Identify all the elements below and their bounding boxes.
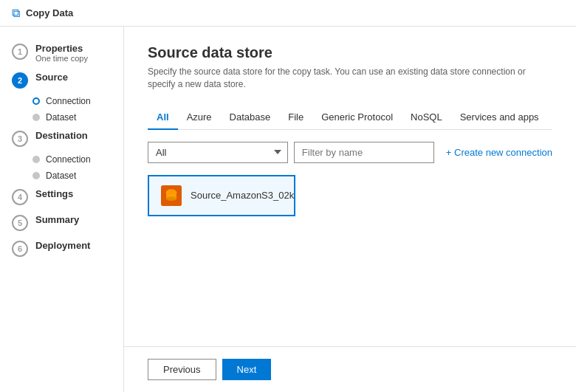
destination-dataset-item[interactable]: Dataset bbox=[32, 168, 123, 184]
source-connection-label: Connection bbox=[46, 96, 91, 106]
amazons3-icon bbox=[161, 185, 182, 206]
copy-icon: ⧉ bbox=[12, 7, 20, 20]
svg-point-3 bbox=[166, 196, 176, 201]
step-label-summary: Summary bbox=[35, 214, 79, 225]
step-label-source: Source bbox=[35, 72, 68, 83]
tabs-container: All Azure Database File Generic Protocol… bbox=[148, 106, 552, 130]
destination-connection-label: Connection bbox=[46, 154, 91, 165]
destination-dataset-label: Dataset bbox=[46, 171, 76, 181]
tab-azure[interactable]: Azure bbox=[178, 106, 221, 130]
tab-nosql[interactable]: NoSQL bbox=[402, 106, 451, 130]
step-circle-1: 1 bbox=[12, 44, 28, 60]
connection-name: Source_AmazonS3_02k bbox=[191, 190, 294, 201]
sidebar-item-source[interactable]: 2 Source bbox=[0, 67, 123, 93]
footer: Previous Next bbox=[124, 346, 576, 392]
app-title: Copy Data bbox=[26, 7, 73, 18]
step-sublabel-properties: One time copy bbox=[35, 54, 88, 63]
content-area: Source data store Specify the source dat… bbox=[124, 27, 576, 392]
app-header: ⧉ Copy Data bbox=[0, 0, 576, 27]
filter-row: All Azure Database File Generic Protocol… bbox=[148, 142, 552, 163]
tab-all[interactable]: All bbox=[148, 106, 178, 130]
sidebar-item-summary[interactable]: 5 Summary bbox=[0, 210, 123, 235]
sidebar-item-deployment[interactable]: 6 Deployment bbox=[0, 235, 123, 261]
create-connection-button[interactable]: + Create new connection bbox=[446, 147, 552, 158]
step-label-properties: Properties bbox=[35, 43, 88, 54]
page-title: Source data store bbox=[148, 44, 552, 61]
destination-connection-item[interactable]: Connection bbox=[32, 151, 123, 168]
tab-database[interactable]: Database bbox=[221, 106, 280, 130]
tab-services-and-apps[interactable]: Services and apps bbox=[451, 106, 548, 130]
step-label-deployment: Deployment bbox=[35, 240, 90, 251]
destination-connection-dot bbox=[32, 156, 40, 163]
type-filter-dropdown[interactable]: All Azure Database File Generic Protocol… bbox=[148, 142, 288, 163]
content-inner: Source data store Specify the source dat… bbox=[124, 27, 576, 346]
source-dataset-item[interactable]: Dataset bbox=[32, 109, 123, 125]
name-filter-input[interactable] bbox=[294, 142, 434, 163]
step-circle-6: 6 bbox=[12, 241, 28, 257]
source-dataset-label: Dataset bbox=[46, 112, 76, 123]
previous-button[interactable]: Previous bbox=[148, 359, 216, 380]
sidebar: 1 Properties One time copy 2 Source Conn… bbox=[0, 27, 124, 392]
step-circle-2: 2 bbox=[12, 72, 28, 89]
destination-dataset-dot bbox=[32, 172, 40, 179]
source-connection-item[interactable]: Connection bbox=[32, 93, 123, 109]
sidebar-item-settings[interactable]: 4 Settings bbox=[0, 184, 123, 210]
source-sub-items: Connection Dataset bbox=[0, 93, 123, 125]
source-dataset-dot bbox=[32, 114, 40, 121]
tab-generic-protocol[interactable]: Generic Protocol bbox=[312, 106, 402, 130]
main-layout: 1 Properties One time copy 2 Source Conn… bbox=[0, 27, 576, 392]
sidebar-item-properties[interactable]: 1 Properties One time copy bbox=[0, 38, 123, 67]
source-connection-dot bbox=[32, 97, 40, 105]
step-label-settings: Settings bbox=[35, 188, 73, 199]
step-circle-3: 3 bbox=[12, 131, 28, 147]
sidebar-item-destination[interactable]: 3 Destination bbox=[0, 125, 123, 151]
step-circle-4: 4 bbox=[12, 189, 28, 205]
tab-file[interactable]: File bbox=[279, 106, 312, 130]
step-label-destination: Destination bbox=[35, 130, 88, 141]
step-circle-5: 5 bbox=[12, 215, 28, 231]
next-button[interactable]: Next bbox=[222, 359, 272, 380]
page-description: Specify the source data store for the co… bbox=[148, 66, 552, 91]
connection-card[interactable]: Source_AmazonS3_02k bbox=[148, 175, 295, 216]
destination-sub-items: Connection Dataset bbox=[0, 151, 123, 184]
